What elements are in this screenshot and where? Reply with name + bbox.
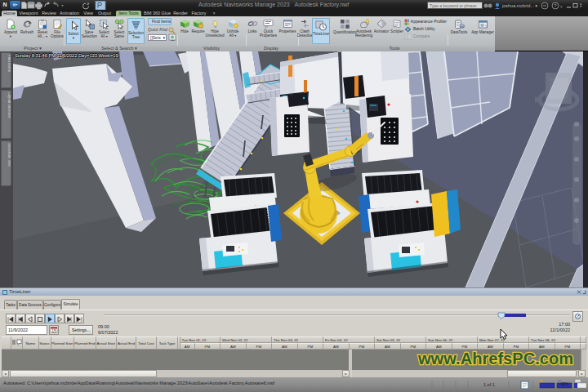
svg-text:?: ? (554, 3, 557, 8)
svg-text:1 of 1: 1 of 1 (483, 382, 495, 387)
svg-text:▾: ▾ (560, 4, 563, 9)
svg-text:joshua.mcbrid... ▾: joshua.mcbrid... ▾ (501, 3, 537, 8)
svg-text:www.AhrefsPC.com: www.AhrefsPC.com (417, 350, 573, 368)
svg-text:15: 15 (51, 328, 56, 333)
